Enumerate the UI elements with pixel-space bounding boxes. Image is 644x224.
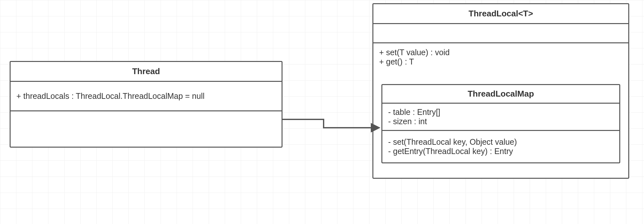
threadlocal-title: ThreadLocal<T> [373, 4, 628, 24]
threadlocalmap-attributes: - table : Entry[] - sizen : int [382, 104, 619, 131]
threadlocalmap-method-set: - set(ThreadLocal key, Object value) [388, 137, 614, 147]
threadlocalmap-attr-table: - table : Entry[] [388, 108, 614, 117]
connector-line-h2 [323, 127, 373, 128]
threadlocalmap-title: ThreadLocalMap [382, 85, 619, 104]
thread-class-box: Thread + threadLocals : ThreadLocal.Thre… [10, 61, 283, 148]
threadlocal-method-get: + get() : T [379, 57, 622, 66]
threadlocalmap-class-box: ThreadLocalMap - table : Entry[] - sizen… [381, 84, 620, 163]
threadlocal-class-box: ThreadLocal<T> + set(T value) : void + g… [372, 3, 629, 179]
svg-marker-0 [371, 123, 380, 133]
threadlocal-attributes-empty [373, 24, 628, 43]
threadlocalmap-attr-size: - sizen : int [388, 117, 614, 126]
threadlocalmap-methods: - set(ThreadLocal key, Object value) - g… [382, 131, 619, 162]
thread-attributes: + threadLocals : ThreadLocal.ThreadLocal… [11, 82, 282, 111]
thread-methods-empty [11, 111, 282, 147]
threadlocal-method-set: + set(T value) : void [379, 48, 622, 57]
threadlocalmap-method-getentry: - getEntry(ThreadLocal key) : Entry [388, 147, 614, 156]
arrow-head-icon [371, 123, 382, 133]
thread-title: Thread [11, 62, 282, 82]
connector-line-h1 [283, 119, 324, 120]
threadlocal-methods: + set(T value) : void + get() : T [373, 43, 628, 68]
